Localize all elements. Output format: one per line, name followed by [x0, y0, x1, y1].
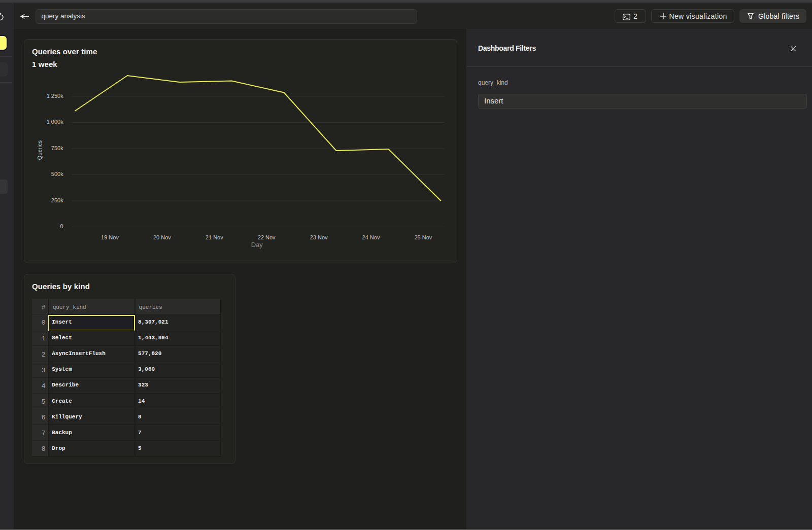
svg-text:19 Nov: 19 Nov: [101, 234, 119, 240]
svg-text:0: 0: [60, 223, 63, 229]
svg-text:24 Nov: 24 Nov: [362, 234, 380, 240]
svg-text:500k: 500k: [51, 171, 63, 177]
svg-text:23 Nov: 23 Nov: [310, 234, 327, 240]
svg-text:21 Nov: 21 Nov: [205, 234, 223, 240]
svg-text:250k: 250k: [51, 197, 63, 203]
svg-text:20 Nov: 20 Nov: [153, 234, 171, 240]
svg-text:1 000k: 1 000k: [46, 119, 63, 125]
svg-text:1 250k: 1 250k: [46, 92, 63, 98]
svg-text:Queries: Queries: [36, 140, 42, 160]
svg-text:25 Nov: 25 Nov: [414, 234, 432, 240]
svg-text:22 Nov: 22 Nov: [257, 234, 275, 240]
svg-text:750k: 750k: [51, 145, 63, 151]
svg-text:Day: Day: [251, 241, 263, 249]
